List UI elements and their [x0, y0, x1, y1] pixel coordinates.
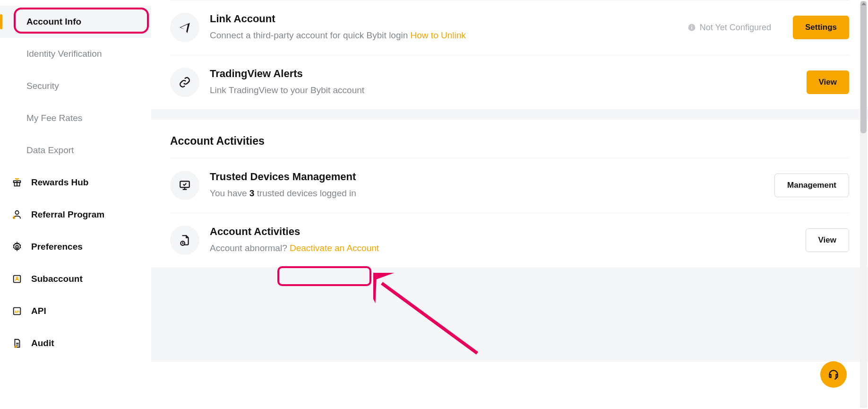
sidebar-item-my-fee-rates[interactable]: My Fee Rates — [0, 102, 151, 134]
sidebar-item-data-export[interactable]: Data Export — [0, 134, 151, 166]
row-tradingview-alerts: TradingView Alerts Link TradingView to y… — [170, 55, 849, 110]
svg-point-4 — [16, 277, 18, 279]
referral-icon — [11, 209, 23, 220]
sidebar-item-identity-verification[interactable]: Identity Verification — [0, 38, 151, 70]
sidebar-item-label: Referral Program — [31, 209, 104, 220]
row-link-account: Link Account Connect a third-party accou… — [170, 0, 849, 55]
sidebar: Account Info Identity Verification Secur… — [0, 0, 151, 409]
management-button[interactable]: Management — [774, 174, 849, 197]
document-clock-icon — [170, 226, 199, 255]
scrollbar-thumb[interactable] — [860, 1, 867, 133]
sidebar-item-label: API — [31, 306, 46, 316]
link-icon — [170, 68, 199, 97]
section-title-account-activities: Account Activities — [170, 120, 849, 158]
subaccount-icon — [11, 273, 23, 285]
row-trusted-devices: Trusted Devices Management You have 3 tr… — [170, 158, 849, 213]
sidebar-item-security[interactable]: Security — [0, 70, 151, 102]
sidebar-item-label: Subaccount — [31, 274, 83, 284]
gear-icon — [11, 241, 23, 252]
paper-plane-icon — [170, 13, 199, 42]
row-desc: Link TradingView to your Bybit account — [210, 84, 796, 97]
deactivate-account-link[interactable]: Deactivate an Account — [290, 243, 379, 253]
audit-icon — [11, 338, 23, 349]
row-desc: Account abnormal? Deactivate an Account — [210, 242, 795, 255]
info-icon — [688, 23, 696, 32]
view-button[interactable]: View — [806, 228, 849, 252]
sidebar-item-label: Identity Verification — [26, 49, 102, 59]
settings-button[interactable]: Settings — [793, 16, 849, 39]
row-title: TradingView Alerts — [210, 68, 796, 80]
monitor-check-icon — [170, 171, 199, 200]
sidebar-item-label: Security — [26, 81, 59, 91]
sidebar-item-label: My Fee Rates — [26, 113, 82, 123]
status-not-configured: Not Yet Configured — [688, 23, 771, 33]
support-fab[interactable] — [820, 361, 847, 388]
how-to-unlink-link[interactable]: How to Unlink — [411, 30, 466, 40]
row-title: Account Activities — [210, 226, 795, 238]
trusted-devices-count: 3 — [249, 188, 255, 198]
sidebar-item-subaccount[interactable]: Subaccount — [0, 263, 151, 295]
sidebar-item-label: Audit — [31, 338, 54, 348]
rewards-icon — [11, 177, 23, 188]
sidebar-item-label: Rewards Hub — [31, 177, 88, 188]
sidebar-item-label: Account Info — [26, 17, 81, 27]
row-desc: You have 3 trusted devices logged in — [210, 187, 764, 200]
sidebar-item-label: Preferences — [31, 242, 83, 252]
row-title: Trusted Devices Management — [210, 171, 764, 183]
sidebar-item-audit[interactable]: Audit — [0, 327, 151, 359]
sidebar-item-api[interactable]: API API — [0, 295, 151, 327]
main-content: Link Account Connect a third-party accou… — [151, 0, 868, 409]
row-title: Link Account — [210, 13, 677, 25]
svg-rect-9 — [691, 27, 692, 29]
row-account-activities: Account Activities Account abnormal? Dea… — [170, 213, 849, 268]
api-icon: API — [11, 305, 23, 317]
sidebar-item-referral-program[interactable]: Referral Program — [0, 199, 151, 231]
sidebar-item-account-info[interactable]: Account Info — [0, 6, 151, 38]
svg-text:API: API — [15, 310, 20, 314]
sidebar-item-label: Data Export — [26, 145, 74, 156]
svg-point-2 — [16, 245, 18, 248]
sidebar-item-rewards-hub[interactable]: Rewards Hub — [0, 166, 151, 199]
svg-rect-10 — [691, 26, 692, 26]
svg-point-0 — [15, 211, 18, 214]
headset-icon — [827, 368, 840, 381]
sidebar-item-preferences[interactable]: Preferences — [0, 231, 151, 263]
view-button[interactable]: View — [807, 70, 849, 94]
row-desc: Connect a third-party account for quick … — [210, 29, 677, 43]
scrollbar-up-button[interactable] — [860, 1, 867, 7]
